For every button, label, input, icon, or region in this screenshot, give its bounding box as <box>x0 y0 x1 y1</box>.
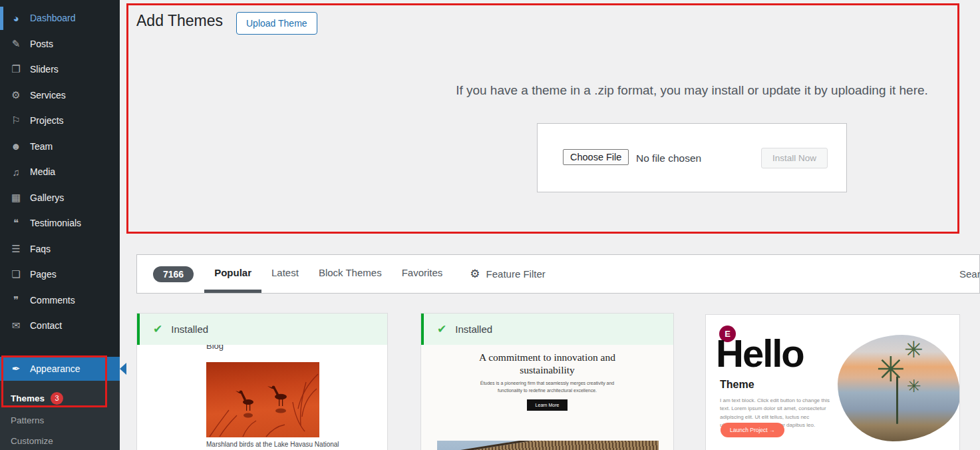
launch-project-button: Launch Project → <box>721 423 784 437</box>
dashboard-icon: ◕ <box>9 13 23 24</box>
tab-block-themes[interactable]: Block Themes <box>309 255 392 293</box>
feature-filter-toggle[interactable]: ⚙ Feature Filter <box>470 255 545 293</box>
sidebar-item-contact[interactable]: ✉ Contact <box>0 313 120 339</box>
choose-file-button[interactable]: Choose File <box>563 149 629 165</box>
search-themes-label: Search <box>959 268 980 280</box>
sidebar-item-sliders[interactable]: ❐ Sliders <box>0 57 120 83</box>
installed-banner: ✔ Installed <box>421 314 673 345</box>
upload-theme-button[interactable]: Upload Theme <box>236 12 317 35</box>
sidebar-item-label: Faqs <box>30 244 51 254</box>
themes-update-badge: 3 <box>51 392 63 405</box>
annotation-rectangle-upload-section <box>126 3 959 234</box>
faq-list-icon: ☰ <box>9 243 23 255</box>
tab-popular[interactable]: Popular <box>204 255 261 293</box>
submenu-item-label: Themes <box>11 393 45 403</box>
page-title: Add Themes <box>136 12 223 30</box>
tab-favorites[interactable]: Favorites <box>392 255 453 293</box>
theme-preview: Blog <box>137 345 387 450</box>
org-chart-icon: ⚙ <box>9 89 23 101</box>
wordpress-admin-add-themes-page: ◕ Dashboard ✎ Posts ❐ Sliders ⚙ Services… <box>0 0 980 450</box>
upload-instruction-text: If you have a theme in a .zip format, yo… <box>426 83 958 98</box>
preview-heading: A commitment to innovation and sustainab… <box>461 351 634 377</box>
pin-icon: ✎ <box>9 38 23 50</box>
sidebar-item-media[interactable]: ♫ Media <box>0 159 120 185</box>
upload-form-box: Choose File No file chosen Install Now <box>537 123 847 192</box>
sidebar-item-faqs[interactable]: ☰ Faqs <box>0 236 120 262</box>
projects-icon: ⚐ <box>9 114 23 126</box>
marshland-birds-photo <box>206 362 319 437</box>
sidebar-item-label: Testimonials <box>30 218 81 228</box>
preview-body-text: Études is a pioneering firm that seamles… <box>472 380 622 395</box>
active-item-stripe <box>0 7 3 30</box>
testimonial-icon: ❝ <box>9 217 23 229</box>
sidebar-item-label: Team <box>30 141 53 152</box>
team-icon: ☻ <box>9 140 23 152</box>
tab-latest[interactable]: Latest <box>261 255 309 293</box>
sunset-plant-photo: ✳ ✳ ✳ <box>838 335 959 441</box>
sidebar-item-label: Dashboard <box>30 13 76 23</box>
appearance-submenu: Themes 3 Patterns Customize <box>0 381 120 450</box>
sidebar-item-label: Comments <box>30 295 75 306</box>
current-menu-arrow <box>120 363 126 375</box>
building-photo <box>437 441 659 450</box>
sidebar-item-dashboard[interactable]: ◕ Dashboard <box>0 5 120 31</box>
submenu-item-themes[interactable]: Themes 3 <box>0 387 120 410</box>
sidebar-item-label: Posts <box>30 39 53 49</box>
preview-heading: Blog <box>206 345 224 351</box>
bird-silhouettes-illustration <box>206 362 319 437</box>
admin-sidebar: ◕ Dashboard ✎ Posts ❐ Sliders ⚙ Services… <box>0 0 120 450</box>
sidebar-item-testimonials[interactable]: ❝ Testimonials <box>0 210 120 236</box>
sidebar-item-team[interactable]: ☻ Team <box>0 134 120 160</box>
theme-card-hello-elementor[interactable]: E Hello Theme I am text block. Click edi… <box>705 314 960 450</box>
sidebar-item-posts[interactable]: ✎ Posts <box>0 31 120 57</box>
submenu-item-customize[interactable]: Customize <box>0 431 120 450</box>
theme-count-badge: 7166 <box>153 266 194 282</box>
comment-icon: ❞ <box>9 294 23 306</box>
gallery-icon: ▦ <box>9 192 23 204</box>
check-icon: ✔ <box>153 322 162 336</box>
installed-label: Installed <box>455 324 492 335</box>
roof-illustration <box>437 441 659 450</box>
sidebar-item-services[interactable]: ⚙ Services <box>0 83 120 109</box>
admin-menu: ◕ Dashboard ✎ Posts ❐ Sliders ⚙ Services… <box>0 0 120 339</box>
sidebar-item-comments[interactable]: ❞ Comments <box>0 288 120 314</box>
paintbrush-icon: ✒ <box>9 363 23 375</box>
sidebar-item-label: Sliders <box>30 64 59 75</box>
sidebar-item-label: Gallerys <box>30 192 64 203</box>
sidebar-item-label: Projects <box>30 115 64 126</box>
media-icon: ♫ <box>9 166 23 178</box>
envelope-icon: ✉ <box>9 320 23 332</box>
sidebar-item-label: Media <box>30 166 55 177</box>
no-file-chosen-text: No file chosen <box>636 152 701 164</box>
theme-preview: A commitment to innovation and sustainab… <box>421 345 673 450</box>
submenu-item-label: Customize <box>11 436 53 446</box>
submenu-item-label: Patterns <box>11 415 44 425</box>
feature-filter-label: Feature Filter <box>486 268 546 280</box>
slides-icon: ❐ <box>9 63 23 75</box>
sidebar-item-pages[interactable]: ❏ Pages <box>0 262 120 288</box>
sidebar-item-gallerys[interactable]: ▦ Gallerys <box>0 185 120 211</box>
sidebar-item-label: Services <box>30 90 66 101</box>
installed-banner: ✔ Installed <box>137 314 387 345</box>
plant-leaves-icon: ✳ <box>907 376 921 397</box>
theme-card-twenty-twenty-four[interactable]: ✔ Installed A commitment to innovation a… <box>420 313 674 450</box>
plant-leaves-icon: ✳ <box>876 349 905 389</box>
theme-filter-bar: 7166 Popular Latest Block Themes Favorit… <box>136 254 980 294</box>
hello-title: Hello <box>716 331 804 375</box>
check-icon: ✔ <box>437 322 446 336</box>
theme-card-twenty-twenty-five[interactable]: ✔ Installed Blog <box>136 313 388 450</box>
plant-leaves-icon: ✳ <box>904 336 923 363</box>
sidebar-item-appearance[interactable]: ✒ Appearance <box>0 357 120 381</box>
submenu-item-patterns[interactable]: Patterns <box>0 410 120 431</box>
sidebar-item-projects[interactable]: ⚐ Projects <box>0 108 120 134</box>
sidebar-item-label: Appearance <box>30 363 81 374</box>
install-now-button[interactable]: Install Now <box>761 148 828 168</box>
hello-subtitle: Theme <box>720 379 754 391</box>
theme-preview: E Hello Theme I am text block. Click edi… <box>706 315 959 450</box>
preview-caption: Marshland birds at the Lake Havasu Natio… <box>206 440 346 450</box>
learn-more-button: Learn More <box>527 399 568 411</box>
gear-icon: ⚙ <box>470 267 480 281</box>
sidebar-item-label: Contact <box>30 320 62 331</box>
installed-label: Installed <box>171 324 208 335</box>
pages-icon: ❏ <box>9 268 23 280</box>
